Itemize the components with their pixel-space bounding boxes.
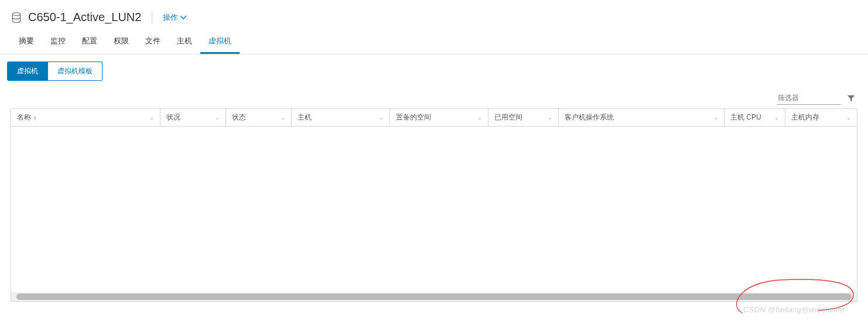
- column-label: 主机内存: [791, 112, 819, 122]
- column-header-host-mem[interactable]: 主机内存 ⌄: [785, 109, 857, 126]
- chevron-down-icon[interactable]: ⌄: [846, 114, 851, 121]
- sort-asc-icon: ↑: [33, 114, 37, 121]
- column-label: 主机 CPU: [730, 112, 761, 122]
- tab-vms[interactable]: 虚拟机: [200, 30, 240, 54]
- tab-files[interactable]: 文件: [137, 30, 169, 54]
- column-label: 客户机操作系统: [565, 112, 614, 122]
- column-label: 主机: [298, 112, 312, 122]
- column-label: 置备的空间: [396, 112, 431, 122]
- actions-label: 操作: [163, 12, 178, 23]
- chevron-down-icon[interactable]: ⌄: [215, 114, 220, 121]
- column-header-guest-os[interactable]: 客户机操作系统 ⌄: [559, 109, 725, 126]
- chevron-down-icon[interactable]: ⌄: [477, 114, 482, 121]
- column-header-status2[interactable]: 状态 ⌄: [226, 109, 292, 126]
- column-header-status1[interactable]: 状况 ⌄: [160, 109, 226, 126]
- page-header: C650-1_Active_LUN2 操作: [0, 0, 868, 30]
- column-label: 状况: [166, 112, 180, 122]
- page-title: C650-1_Active_LUN2: [28, 11, 141, 24]
- column-header-used[interactable]: 已用空间 ⌄: [488, 109, 559, 126]
- tab-configure[interactable]: 配置: [74, 30, 105, 54]
- scrollbar-thumb[interactable]: [16, 293, 852, 300]
- column-label: 状态: [232, 112, 246, 122]
- column-header-name[interactable]: 名称 ↑ ⌄: [11, 109, 160, 126]
- chevron-down-icon: [180, 16, 186, 19]
- subtab-vm-button[interactable]: 虚拟机: [7, 62, 48, 81]
- tab-hosts[interactable]: 主机: [169, 30, 200, 54]
- divider: [152, 12, 152, 23]
- vm-table: 名称 ↑ ⌄ 状况 ⌄ 状态 ⌄ 主机 ⌄ 置备的空间 ⌄ 已用空间 ⌄ 客户机…: [11, 108, 857, 302]
- chevron-down-icon[interactable]: ⌄: [281, 114, 285, 121]
- chevron-down-icon[interactable]: ⌄: [149, 114, 154, 121]
- tabs-nav: 摘要 监控 配置 权限 文件 主机 虚拟机: [0, 30, 868, 54]
- chevron-down-icon[interactable]: ⌄: [774, 114, 779, 121]
- column-header-host-cpu[interactable]: 主机 CPU ⌄: [725, 109, 785, 126]
- sub-toolbar: 虚拟机 虚拟机模板: [0, 54, 868, 88]
- chevron-down-icon[interactable]: ⌄: [713, 114, 718, 121]
- filter-row: [0, 88, 868, 108]
- chevron-down-icon[interactable]: ⌄: [548, 114, 552, 121]
- table-header-row: 名称 ↑ ⌄ 状况 ⌄ 状态 ⌄ 主机 ⌄ 置备的空间 ⌄ 已用空间 ⌄ 客户机…: [11, 109, 857, 127]
- svg-point-0: [12, 12, 20, 15]
- subtab-vm-template-button[interactable]: 虚拟机模板: [48, 62, 102, 81]
- tab-summary[interactable]: 摘要: [11, 30, 42, 54]
- horizontal-scrollbar[interactable]: [11, 292, 857, 301]
- filter-icon[interactable]: [847, 94, 855, 103]
- tab-monitor[interactable]: 监控: [42, 30, 74, 54]
- table-body-empty: [11, 127, 857, 292]
- actions-dropdown[interactable]: 操作: [163, 12, 186, 23]
- column-header-provisioned[interactable]: 置备的空间 ⌄: [390, 109, 488, 126]
- chevron-down-icon[interactable]: ⌄: [379, 114, 384, 121]
- column-header-host[interactable]: 主机 ⌄: [292, 109, 390, 126]
- column-label: 名称: [17, 112, 31, 122]
- watermark-text: CSDN @hellang@winchcom: [743, 305, 845, 314]
- datastore-icon: [11, 12, 22, 23]
- filter-input[interactable]: [777, 91, 841, 105]
- tab-permissions[interactable]: 权限: [105, 30, 137, 54]
- column-label: 已用空间: [494, 112, 522, 122]
